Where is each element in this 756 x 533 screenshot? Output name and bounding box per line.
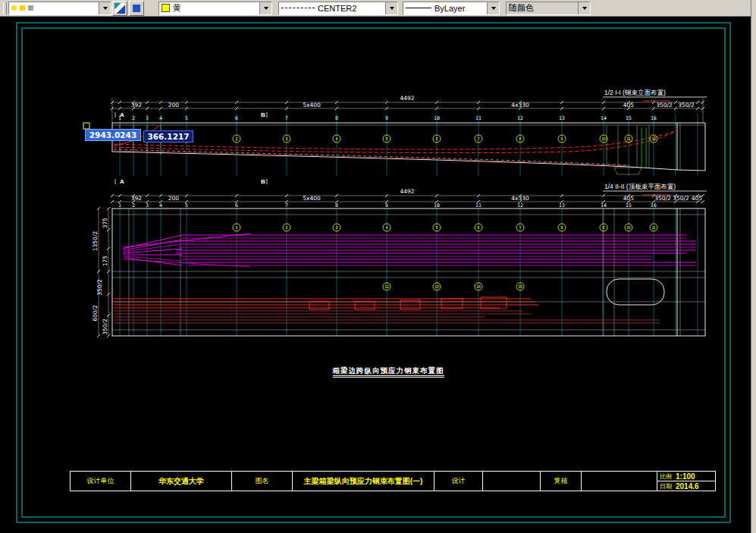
lineweight-combo-arrow-icon[interactable] — [487, 2, 499, 14]
scale-label: 比例 — [660, 472, 672, 481]
date-value: 2014.6 — [676, 482, 699, 491]
layer-thaw-icon — [20, 5, 25, 11]
dim-label: 350/2 — [654, 195, 671, 202]
titleblock-checker-label: 复核 — [541, 472, 582, 491]
layer-combo[interactable] — [8, 2, 111, 15]
layer-properties-button[interactable] — [112, 1, 127, 16]
station-number: 4 — [159, 202, 162, 208]
plotstyle-combo-value: 随颜色 — [509, 2, 534, 14]
tendon-marker-label: 11 — [626, 136, 630, 141]
toolbar-grip[interactable] — [3, 2, 7, 14]
tendon-marker-label: 7 — [519, 225, 522, 230]
lineweight-combo-value: ByLayer — [434, 4, 465, 13]
station-number: 3 — [146, 202, 149, 208]
layer-lock-icon — [28, 5, 33, 11]
color-swatch — [162, 4, 170, 12]
section-marker-a: A — [115, 111, 124, 118]
lineweight-sample-icon — [406, 8, 431, 8]
dim-label: 405 — [623, 102, 635, 108]
layer-combo-arrow-icon[interactable] — [99, 2, 111, 14]
dim-label: 600/2 — [92, 305, 99, 321]
layer-previous-button[interactable] — [129, 1, 144, 16]
sheet-outer-frame — [17, 23, 730, 522]
tendon-marker-label: 13 — [434, 284, 439, 289]
color-combo-value: 黄 — [173, 2, 181, 14]
tendon-marker-label: 9 — [603, 225, 605, 230]
linetype-combo[interactable]: CENTER2 — [278, 2, 398, 15]
station-number: 2 — [132, 202, 135, 208]
cad-drawing: 4492 392 200 5x400 4x330 405 350/2 350/2… — [0, 17, 751, 533]
titleblock-drawing-name-label: 图名 — [232, 472, 293, 491]
drawing-canvas[interactable]: 4492 392 200 5x400 4x330 405 350/2 350/2… — [0, 17, 751, 533]
color-combo-arrow-icon[interactable] — [259, 2, 271, 14]
dim-label: 5x400 — [303, 195, 321, 202]
layer-states-icon — [131, 3, 142, 14]
dim-label: 5x400 — [303, 102, 321, 108]
section-label: B — [261, 178, 265, 185]
station-number: 11 — [475, 202, 482, 208]
coord-input-y[interactable]: 366.1217 — [143, 130, 193, 143]
tendon-marker-label: 7 — [478, 136, 480, 141]
titleblock-designer-value — [483, 472, 541, 491]
tendon-marker-label: 4 — [336, 136, 338, 141]
station-number: 6 — [235, 202, 238, 208]
linetype-sample-icon — [281, 8, 315, 8]
station-number: 10 — [434, 202, 440, 208]
tendon-marker-label: 4 — [386, 225, 388, 230]
titleblock-design-unit-label: 设计单位 — [71, 472, 131, 491]
dim-label: 4492 — [400, 188, 414, 195]
section-marker-b: B — [261, 111, 267, 118]
tendon-marker-label: 10 — [601, 136, 606, 141]
section-label: A — [120, 111, 124, 118]
plan-view: 1/4 II-II (顶板束平面布置) A B 4492 392 200 5x4… — [92, 178, 707, 337]
dim-label: 350/2 — [102, 318, 108, 335]
dim-label: 350/2 — [96, 279, 103, 296]
station-number: 15 — [626, 202, 632, 208]
station-number: 13 — [559, 202, 565, 208]
drawing-caption: 箱梁边跨纵向预应力钢束布置图 — [297, 366, 479, 376]
top-slab-tendons — [123, 234, 696, 267]
dim-label: 4492 — [400, 95, 414, 102]
dim-label: 4x330 — [511, 195, 529, 202]
dim-label: 392 — [131, 102, 143, 108]
dim-label: 350/2 — [656, 102, 673, 108]
tendon-marker-label: 3 — [336, 225, 338, 230]
color-combo[interactable]: 黄 — [158, 2, 272, 15]
tendon-marker-label: 8 — [519, 136, 522, 141]
station-number: 9 — [385, 202, 388, 208]
elevation-view-label: 1/2 I-I (钢束立面布置) — [604, 89, 666, 96]
station-number: 1 — [118, 202, 121, 208]
tendon-marker-label: 5 — [436, 225, 438, 230]
tendon-marker-label: 10 — [626, 225, 631, 230]
dim-label: 350/2 — [673, 195, 689, 202]
linetype-combo-arrow-icon[interactable] — [385, 2, 397, 14]
layer-on-icon — [11, 5, 17, 11]
tendon-marker-label: 5 — [386, 136, 388, 141]
section-label: B — [261, 111, 265, 118]
dim-label: 175 — [102, 256, 108, 267]
plotstyle-combo[interactable]: 随颜色 — [506, 2, 591, 15]
dim-label: 392 — [131, 195, 143, 202]
right-scrollbar[interactable] — [751, 0, 756, 533]
tendon-marker-label: 11 — [651, 225, 655, 230]
station-number: 5 — [185, 202, 188, 208]
section-marker-b: B — [261, 178, 267, 185]
tendon-marker-label: 12 — [651, 136, 656, 141]
station-number: 16 — [651, 202, 657, 208]
osnap-marker — [83, 123, 89, 129]
titleblock-designer-label: 设计 — [434, 472, 483, 491]
titleblock-design-unit-value: 华东交通大学 — [131, 472, 232, 491]
date-label: 日期 — [660, 482, 672, 491]
coord-input-x[interactable]: 2943.0243 — [85, 129, 141, 141]
tendon-marker-label: 15 — [518, 284, 522, 289]
layers-icon — [114, 3, 125, 14]
dim-label: 4x330 — [511, 102, 529, 108]
plotstyle-combo-arrow-icon[interactable] — [578, 2, 590, 14]
titleblock-scale-date: 比例 1:100 日期 2014.6 — [657, 472, 715, 491]
tendon-marker-label: 3 — [286, 136, 288, 141]
station-number: 8 — [335, 202, 338, 208]
station-number: 7 — [285, 202, 288, 208]
lineweight-combo[interactable]: ByLayer — [403, 2, 500, 15]
dim-label: 200 — [168, 195, 180, 202]
tendon-marker-label: 6 — [436, 136, 438, 141]
